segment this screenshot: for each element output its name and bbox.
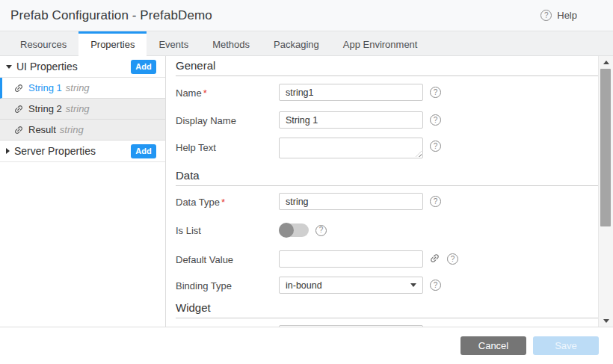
scroll-up-arrow-icon xyxy=(603,61,609,64)
tab-label: Packaging xyxy=(274,39,319,50)
tab-label: Properties xyxy=(90,39,135,50)
label-text: Binding Type xyxy=(176,280,232,291)
tab-resources[interactable]: Resources xyxy=(8,31,78,55)
tab-label: Methods xyxy=(212,39,250,50)
caret-right-icon xyxy=(6,148,10,154)
bind-property-icon[interactable] xyxy=(429,253,440,266)
help-text-wrap xyxy=(279,138,423,158)
prefab-configuration-dialog: Prefab Configuration - PrefabDemo ? Help… xyxy=(0,0,613,364)
help-circle-icon[interactable]: ? xyxy=(430,114,441,126)
dialog-footer: Cancel Save xyxy=(0,327,613,364)
field-label: Binding Type xyxy=(176,280,279,291)
sidebar-item-string1[interactable]: String 1 string xyxy=(0,78,165,99)
data-type-input[interactable] xyxy=(279,193,423,210)
form-row-display-name: Display Name ? xyxy=(176,111,604,129)
sidebar-item-string2[interactable]: String 2 string xyxy=(0,99,165,120)
label-text: Data Type xyxy=(176,197,220,208)
tab-app-environment[interactable]: App Environment xyxy=(331,31,430,55)
tab-packaging[interactable]: Packaging xyxy=(262,31,331,55)
label-text: Name xyxy=(176,87,202,99)
property-type: string xyxy=(66,103,90,114)
help-circle-icon[interactable]: ? xyxy=(430,141,441,152)
add-server-property-button[interactable]: Add xyxy=(131,144,156,158)
form-row-help-text: Help Text ? xyxy=(176,138,604,158)
tab-label: App Environment xyxy=(343,39,418,50)
field-label: Help Text xyxy=(176,138,279,153)
default-value-input[interactable] xyxy=(279,250,423,268)
help-link[interactable]: ? Help xyxy=(540,10,577,21)
property-type: string xyxy=(60,124,84,135)
tab-events[interactable]: Events xyxy=(147,31,200,55)
field-label: Name* xyxy=(176,87,279,99)
section-heading-widget: Widget xyxy=(176,300,604,318)
help-label: Help xyxy=(557,10,577,21)
link-icon xyxy=(11,102,26,117)
help-circle-icon[interactable]: ? xyxy=(447,253,458,265)
tab-bar: Resources Properties Events Methods Pack… xyxy=(0,31,613,56)
name-input[interactable] xyxy=(279,84,423,101)
add-ui-property-button[interactable]: Add xyxy=(131,60,156,74)
tab-properties[interactable]: Properties xyxy=(78,31,147,56)
widget-type-select[interactable]: text xyxy=(279,325,423,327)
form-row-data-type: Data Type* ? xyxy=(176,193,604,210)
dialog-body: UI Properties Add String 1 string String… xyxy=(0,56,613,327)
property-name: String 2 xyxy=(28,103,62,114)
field-label: Data Type* xyxy=(176,196,279,208)
save-button[interactable]: Save xyxy=(533,336,599,355)
group-label: UI Properties xyxy=(16,61,131,73)
caret-down-icon xyxy=(6,65,12,69)
properties-sidebar: UI Properties Add String 1 string String… xyxy=(0,56,166,327)
property-name: String 1 xyxy=(28,82,62,93)
label-text: Help Text xyxy=(176,142,216,153)
help-text-textarea[interactable] xyxy=(279,138,423,158)
label-text: Display Name xyxy=(176,115,236,126)
display-name-input[interactable] xyxy=(279,111,423,129)
ui-properties-group-header[interactable]: UI Properties Add xyxy=(0,56,165,78)
required-asterisk: * xyxy=(221,197,225,208)
form-row-binding-type: Binding Type in-bound ? xyxy=(176,277,604,294)
tab-label: Events xyxy=(158,39,188,50)
sidebar-item-result[interactable]: Result string xyxy=(0,120,165,141)
cancel-button[interactable]: Cancel xyxy=(460,336,526,355)
required-asterisk: * xyxy=(203,87,207,99)
property-name: Result xyxy=(28,124,56,135)
toggle-knob xyxy=(279,223,294,238)
vertical-scrollbar[interactable] xyxy=(598,56,613,327)
tab-label: Resources xyxy=(20,39,67,50)
scrollbar-thumb[interactable] xyxy=(600,69,611,226)
group-label: Server Properties xyxy=(14,145,131,157)
scroll-down-arrow-icon xyxy=(603,319,609,323)
property-form: General Name* ? Display Name ? Help Text… xyxy=(166,56,613,327)
section-heading-general: General xyxy=(176,58,604,76)
tab-methods[interactable]: Methods xyxy=(200,31,262,55)
help-circle-icon[interactable]: ? xyxy=(315,225,327,236)
field-label: Default Value xyxy=(176,253,279,265)
form-row-name: Name* ? xyxy=(176,84,604,101)
server-properties-group-header[interactable]: Server Properties Add xyxy=(0,141,165,162)
help-circle-icon[interactable]: ? xyxy=(430,280,441,291)
dropdown-arrow-icon xyxy=(410,283,416,287)
label-text: Is List xyxy=(176,225,201,236)
scrollbar-up-button[interactable] xyxy=(599,56,613,68)
field-label: Display Name xyxy=(176,114,279,126)
field-label: Is List xyxy=(176,224,279,236)
binding-type-select[interactable]: in-bound xyxy=(279,277,423,294)
title-bar: Prefab Configuration - PrefabDemo ? Help xyxy=(0,0,613,31)
page-title: Prefab Configuration - PrefabDemo xyxy=(10,8,212,23)
is-list-toggle[interactable] xyxy=(279,223,309,237)
property-type: string xyxy=(66,82,90,93)
scrollbar-down-button[interactable] xyxy=(599,315,613,327)
section-heading-data: Data xyxy=(176,167,604,186)
label-text: Default Value xyxy=(176,254,233,265)
select-value: in-bound xyxy=(286,280,410,291)
help-circle-icon: ? xyxy=(540,10,552,21)
form-row-is-list: Is List ? xyxy=(176,223,604,237)
form-row-default-value: Default Value ? xyxy=(176,250,604,268)
link-icon xyxy=(11,123,26,138)
help-circle-icon[interactable]: ? xyxy=(430,196,441,207)
form-row-widget-type: Type text ? xyxy=(176,325,604,327)
help-circle-icon[interactable]: ? xyxy=(430,87,441,98)
link-icon xyxy=(11,81,26,96)
